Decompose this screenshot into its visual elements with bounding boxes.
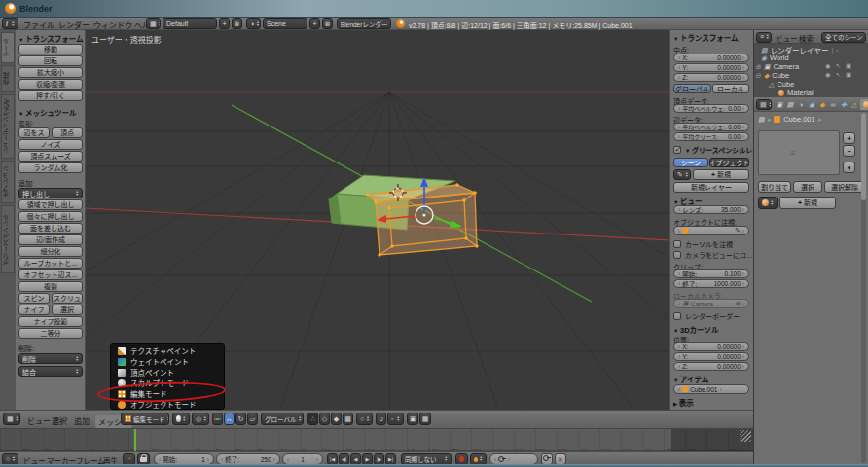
render-engine-select[interactable]: Blenderレンダー (337, 18, 391, 29)
tab-render-layers[interactable]: ▤ (785, 99, 795, 110)
grease-pencil-checkbox[interactable] (673, 146, 681, 154)
select-button[interactable]: 選択 (793, 181, 822, 193)
add-material-slot-button[interactable]: + (843, 132, 855, 144)
menu-window[interactable]: ウィンドウ (93, 19, 132, 30)
lock-camera-checkbox[interactable] (673, 251, 681, 259)
tool-randomize-button[interactable]: ランダム化 (18, 162, 83, 173)
outliner-row-cube[interactable]: ⊖◆Cube (755, 71, 789, 80)
browse-material-dropdown[interactable] (758, 197, 778, 209)
tool-merge-menu[interactable]: 結合 (18, 366, 83, 377)
global-toggle[interactable]: グローバル (673, 84, 711, 93)
opengl-render-button[interactable]: ▣ (407, 413, 418, 425)
lens-field[interactable]: レンズ:35.000 (673, 205, 749, 214)
render-border-row[interactable]: レンダーボーダー (673, 311, 740, 321)
tool-offset-edge-slide-button[interactable]: オフセット辺ス... (18, 269, 83, 280)
lock-cursor-row[interactable]: カーソルを注視 (673, 239, 733, 249)
tool-extrude-individual-button[interactable]: 個々に押し出し (18, 211, 83, 222)
edge-select-button[interactable]: ◇ (319, 413, 330, 425)
item-name-field[interactable]: Cube.001 (673, 384, 749, 394)
material-specials-button[interactable]: ▾ (843, 162, 855, 173)
grease-new-button[interactable]: + 新規 (693, 169, 749, 180)
editor-type-button-3dview[interactable]: ▦ (3, 413, 20, 425)
cursor-x-field[interactable]: X:0.00000 (673, 342, 749, 351)
npanel-section-display[interactable]: 表示 (673, 397, 694, 408)
add-layout-button[interactable]: + (219, 18, 230, 29)
screen-layout-field[interactable]: Default (163, 18, 217, 29)
outliner-scope-dropdown[interactable]: 全てのシーン (821, 32, 866, 43)
tool-smooth-vertex-button[interactable]: 頂点スムーズ (18, 151, 83, 162)
menu-file[interactable]: ファイル (23, 19, 54, 30)
window-titlebar[interactable]: Blender (0, 0, 868, 18)
outliner-row-world[interactable]: ◉World (761, 54, 789, 62)
median-x-field[interactable]: X:0.00000 (673, 54, 749, 62)
clip-start-field[interactable]: 開始:0.100 (673, 269, 749, 278)
tool-move-button[interactable]: 移動 (18, 44, 83, 54)
median-y-field[interactable]: Y:0.00000 (673, 63, 749, 72)
face-select-button[interactable]: ◆ (331, 413, 342, 425)
clip-end-field[interactable]: 終了:1000.000 (673, 279, 749, 288)
outliner-row-camera[interactable]: ⊕▣Camera (755, 62, 799, 71)
tool-inset-faces-button[interactable]: 面を差し込む (18, 223, 83, 234)
manipulator-rotate-button[interactable]: ↻ (235, 413, 246, 425)
assign-button[interactable]: 割り当て (758, 181, 791, 193)
snap-element-dropdown[interactable]: ▫ (387, 413, 404, 425)
pivot-point-dropdown[interactable]: ◎ (192, 413, 209, 425)
tool-noise-button[interactable]: ノイズ (18, 139, 83, 150)
tab-material[interactable] (860, 99, 868, 110)
tool-shrink-fatten-button[interactable]: 収縮/膨張 (18, 79, 83, 90)
tool-extrude-menu[interactable]: 押し出し (18, 188, 83, 198)
vertex-select-button[interactable]: ∴ (307, 413, 318, 425)
tool-extrude-region-button[interactable]: 領域で押し出し (18, 199, 83, 210)
mean-bevel-edge-field[interactable]: 平均ベベルウェ:0.00 (673, 123, 749, 131)
outliner-restriction-icons-camera[interactable]: ◉↖▣ (825, 62, 856, 70)
scene-browse-button[interactable]: ◑ (246, 18, 261, 29)
timeline-ruler[interactable]: -50-40-30-20-100102030405060708090100110… (0, 440, 753, 450)
cursor-y-field[interactable]: Y:0.00000 (673, 352, 749, 361)
tool-bisect-button[interactable]: 二等分 (18, 328, 83, 339)
delete-scene-button[interactable]: ⊗ (322, 18, 333, 29)
tool-subdivide-button[interactable]: 細分化 (18, 246, 83, 257)
npanel-section-grease-pencil[interactable]: グリースペンシルレイ (673, 145, 759, 155)
delete-layout-button[interactable]: ⊗ (232, 18, 242, 29)
tab-object-data[interactable]: △ (850, 99, 859, 110)
tab-render[interactable]: ▣ (775, 99, 784, 110)
view3d-menu-view[interactable]: ビュー (27, 415, 51, 426)
tab-create[interactable]: 作成 (1, 65, 15, 92)
mode-item-vertex-paint[interactable]: 頂点ペイント (111, 367, 224, 377)
npanel-section-3d-cursor[interactable]: 3Dカーソル (673, 324, 719, 335)
grease-scene-toggle[interactable]: シーン (673, 158, 708, 167)
tool-screw-button[interactable]: スクリュ (52, 293, 83, 304)
outliner-menu-search[interactable]: 検索 (799, 33, 814, 44)
view3d-menu-add[interactable]: 追加 (74, 415, 90, 426)
outliner-row-mesh[interactable]: △Cube (769, 80, 794, 89)
tab-tools[interactable]: ツール (1, 32, 15, 63)
tab-scene[interactable]: ◑ (796, 99, 806, 110)
tab-grease-pencil[interactable]: グリースペンシル (1, 205, 15, 273)
screen-layout-icon-button[interactable]: ▦ (146, 18, 161, 29)
manipulator-translate-button[interactable]: ↔ (224, 413, 235, 425)
tab-options[interactable]: オプション (1, 161, 15, 203)
add-scene-button[interactable]: + (309, 18, 320, 29)
section-transform[interactable]: トランスフォーム (18, 33, 84, 44)
tool-make-edge-face-button[interactable]: 辺/面作成 (18, 234, 83, 245)
editor-type-button-info[interactable]: i (2, 18, 18, 29)
tab-constraints[interactable]: ∞ (828, 99, 838, 110)
section-mesh-tools[interactable]: メッシュツール (18, 107, 76, 118)
tab-shading-uv[interactable]: シェーディング/UV (1, 94, 15, 159)
tool-vertex-slide-button[interactable]: 頂点 (52, 127, 83, 138)
mode-item-weight-paint[interactable]: ウェイトペイント (111, 356, 224, 367)
view3d-menu-select[interactable]: 選択 (52, 415, 67, 426)
npanel-section-transform[interactable]: トランスフォーム (673, 32, 739, 43)
new-material-button[interactable]: + 新規 (779, 197, 836, 209)
tool-delete-menu[interactable]: 削除 (18, 353, 83, 364)
tool-knife-select-button[interactable]: 選択 (52, 305, 83, 315)
limit-to-visible-button[interactable]: ▩ (343, 413, 353, 425)
opengl-render-anim-button[interactable]: ▦ (419, 413, 431, 425)
remove-material-slot-button[interactable]: − (843, 145, 855, 157)
scene-name-field[interactable]: Scene (263, 18, 307, 29)
proportional-edit-dropdown[interactable]: ○ (356, 413, 373, 425)
tool-edge-slide-button[interactable]: 辺をス (18, 127, 50, 138)
mode-item-texture-paint[interactable]: テクスチャペイント (111, 345, 224, 356)
menu-render[interactable]: レンダー (58, 19, 90, 30)
material-slot-list[interactable] (758, 130, 840, 175)
